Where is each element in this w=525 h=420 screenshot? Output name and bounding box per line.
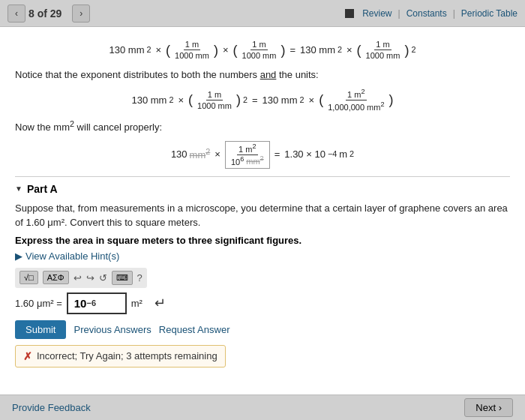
feedback-link[interactable]: Provide Feedback xyxy=(12,402,91,413)
sqrt-label: √□ xyxy=(24,273,34,282)
greek-label: AΣΦ xyxy=(47,273,64,282)
refresh-button[interactable]: ↺ xyxy=(99,272,107,284)
top-bar: ‹ 8 of 29 › Review | Constants | Periodi… xyxy=(0,0,525,27)
sqrt-button[interactable]: √□ xyxy=(20,271,38,284)
periodic-table-link[interactable]: Periodic Table xyxy=(461,8,518,19)
answer-value: 10 xyxy=(74,297,87,310)
instruction-text: Express the area in square meters to thr… xyxy=(15,235,510,246)
constants-link[interactable]: Constants xyxy=(406,8,447,19)
divider1: | xyxy=(398,8,400,19)
math-line-1: 130 mm2 × ( 1 m1000 mm ) × ( 1 m1000 mm … xyxy=(15,39,510,62)
status-message: ✗ Incorrect; Try Again; 3 attempts remai… xyxy=(15,345,226,368)
submit-button[interactable]: Submit xyxy=(15,320,66,339)
hint-arrow-icon: ▶ xyxy=(15,250,22,262)
part-a-label: Part A xyxy=(27,183,58,195)
answer-suffix: m² xyxy=(131,298,142,309)
next-label: Next › xyxy=(476,402,502,413)
divider2: | xyxy=(453,8,455,19)
request-answer-button[interactable]: Request Answer xyxy=(159,324,230,335)
review-icon xyxy=(345,9,354,18)
note-exponent: Notice that the exponent distributes to … xyxy=(15,66,510,83)
prev-page-button[interactable]: ‹ xyxy=(8,4,26,22)
top-links: Review | Constants | Periodic Table xyxy=(345,8,518,19)
answer-row: 1.60 μm² = 10−6 m² ↵ xyxy=(15,292,510,314)
redo-button[interactable]: ↪ xyxy=(86,272,94,284)
undo-button[interactable]: ↩ xyxy=(74,272,82,284)
note-cancel: Now the mm2 will cancel properly: xyxy=(15,117,510,136)
page-container: ‹ 8 of 29 › Review | Constants | Periodi… xyxy=(0,0,525,420)
part-a-header: ▼ Part A xyxy=(15,183,510,195)
math-eq-3: 130 mm2 × 1 m2106 mm2 = 1.30 × 10−4 m2 xyxy=(171,141,354,169)
page-count: 8 of 29 xyxy=(28,8,62,20)
intro-math-section: 130 mm2 × ( 1 m1000 mm ) × ( 1 m1000 mm … xyxy=(15,39,510,169)
math-line-3: 130 mm2 × 1 m2106 mm2 = 1.30 × 10−4 m2 xyxy=(15,141,510,169)
button-row: Submit Previous Answers Request Answer xyxy=(15,320,510,339)
review-link[interactable]: Review xyxy=(362,8,392,19)
nav-arrows: ‹ 8 of 29 › xyxy=(8,4,90,22)
x-icon: ✗ xyxy=(23,350,32,362)
hint-label: View Available Hint(s) xyxy=(26,250,119,262)
keyboard-icon: ⌨ xyxy=(116,273,128,283)
answer-exponent: −6 xyxy=(86,298,96,308)
math-eq-1: 130 mm2 × ( 1 m1000 mm ) × ( 1 m1000 mm … xyxy=(110,39,416,62)
part-a-section: ▼ Part A Suppose that, from measurements… xyxy=(15,176,510,368)
keyboard-button[interactable]: ⌨ xyxy=(112,271,133,285)
cursor-icon: ↵ xyxy=(154,295,166,311)
part-a-collapse-icon[interactable]: ▼ xyxy=(15,184,22,193)
next-button[interactable]: Next › xyxy=(464,398,513,417)
bottom-bar: Provide Feedback Next › xyxy=(0,394,525,420)
math-eq-2: 130 mm2 × ( 1 m1000 mm )2 = 130 mm2 × ( … xyxy=(131,88,393,112)
math-line-2: 130 mm2 × ( 1 m1000 mm )2 = 130 mm2 × ( … xyxy=(15,88,510,112)
main-content: 130 mm2 × ( 1 m1000 mm ) × ( 1 m1000 mm … xyxy=(0,27,525,394)
problem-text: Suppose that, from measurements in a mic… xyxy=(15,201,510,230)
answer-prefix: 1.60 μm² = xyxy=(15,298,62,309)
answer-toolbar: √□ AΣΦ ↩ ↪ ↺ ⌨ ? xyxy=(15,268,147,288)
previous-answers-button[interactable]: Previous Answers xyxy=(74,324,151,335)
greek-button[interactable]: AΣΦ xyxy=(43,271,69,284)
next-page-button[interactable]: › xyxy=(72,4,90,22)
status-text: Incorrect; Try Again; 3 attempts remaini… xyxy=(37,350,218,362)
help-button[interactable]: ? xyxy=(137,272,142,284)
answer-input[interactable]: 10−6 xyxy=(67,292,127,314)
hint-toggle[interactable]: ▶ View Available Hint(s) xyxy=(15,250,510,262)
